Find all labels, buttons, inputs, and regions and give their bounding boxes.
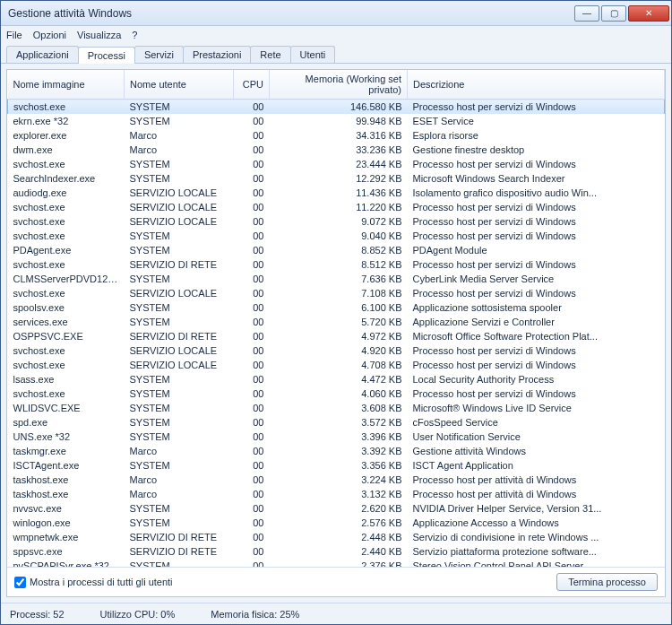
- table-row[interactable]: svchost.exeSERVIZIO LOCALE009.072 KBProc…: [8, 214, 665, 229]
- tab-processes[interactable]: Processi: [78, 47, 135, 64]
- tab-services[interactable]: Servizi: [134, 46, 184, 63]
- maximize-button[interactable]: ▢: [601, 5, 626, 22]
- cell-user: SYSTEM: [125, 272, 234, 286]
- cell-user: SYSTEM: [125, 458, 234, 473]
- cell-user: SYSTEM: [125, 501, 234, 516]
- show-all-users-checkbox[interactable]: [14, 577, 26, 588]
- table-row[interactable]: UNS.exe *32SYSTEM003.396 KBUser Notifica…: [8, 430, 665, 444]
- cell-mem: 3.392 KB: [270, 444, 408, 458]
- cell-cpu: 00: [234, 329, 270, 343]
- table-row[interactable]: svchost.exeSYSTEM009.040 KBProcesso host…: [8, 229, 665, 243]
- cell-desc: Processo host per attività di Windows: [408, 487, 665, 501]
- tab-performance[interactable]: Prestazioni: [183, 46, 251, 63]
- cell-user: SYSTEM: [125, 559, 234, 568]
- cell-desc: CyberLink Media Server Service: [408, 272, 665, 286]
- cell-cpu: 00: [234, 372, 270, 386]
- table-row[interactable]: winlogon.exeSYSTEM002.576 KBApplicazione…: [8, 516, 665, 530]
- table-row[interactable]: svchost.exeSERVIZIO LOCALE007.108 KBProc…: [8, 286, 665, 300]
- table-row[interactable]: lsass.exeSYSTEM004.472 KBLocal Security …: [8, 372, 665, 386]
- table-row[interactable]: services.exeSYSTEM005.720 KBApplicazione…: [8, 315, 665, 329]
- table-row[interactable]: svchost.exeSERVIZIO LOCALE0011.220 KBPro…: [8, 200, 665, 214]
- cell-name: taskhost.exe: [8, 473, 125, 487]
- menu-file[interactable]: File: [6, 30, 22, 40]
- cell-cpu: 00: [234, 473, 270, 487]
- table-row[interactable]: WLIDSVC.EXESYSTEM003.608 KBMicrosoft® Wi…: [8, 401, 665, 415]
- cell-cpu: 00: [234, 200, 270, 214]
- close-button[interactable]: ✕: [628, 5, 669, 22]
- cell-cpu: 00: [234, 315, 270, 329]
- col-description[interactable]: Descrizione: [408, 70, 665, 100]
- process-list[interactable]: Nome immagine Nome utente CPU Memoria (W…: [7, 70, 665, 567]
- cell-name: svchost.exe: [8, 286, 125, 300]
- cell-name: OSPPSVC.EXE: [8, 329, 125, 343]
- cell-user: Marco: [125, 473, 234, 487]
- end-process-button[interactable]: Termina processo: [556, 573, 658, 591]
- table-row[interactable]: nvSCPAPISvr.exe *32SYSTEM002.376 KBStere…: [8, 559, 665, 568]
- table-row[interactable]: svchost.exeSYSTEM004.060 KBProcesso host…: [8, 386, 665, 401]
- cell-user: SYSTEM: [125, 229, 234, 243]
- table-row[interactable]: taskmgr.exeMarco003.392 KBGestione attiv…: [8, 444, 665, 458]
- cell-name: svchost.exe: [8, 358, 125, 372]
- table-row[interactable]: svchost.exeSERVIZIO LOCALE004.920 KBProc…: [8, 343, 665, 358]
- table-row[interactable]: spd.exeSYSTEM003.572 KBcFosSpeed Service: [8, 415, 665, 430]
- table-row[interactable]: taskhost.exeMarco003.132 KBProcesso host…: [8, 487, 665, 501]
- cell-desc: Microsoft Office Software Protection Pla…: [408, 329, 665, 343]
- menu-help[interactable]: ?: [132, 30, 137, 40]
- menu-options[interactable]: Opzioni: [33, 30, 66, 40]
- table-row[interactable]: audiodg.exeSERVIZIO LOCALE0011.436 KBIso…: [8, 186, 665, 200]
- cell-name: nvvsvc.exe: [8, 501, 125, 516]
- cell-user: SERVIZIO LOCALE: [125, 186, 234, 200]
- table-row[interactable]: spoolsv.exeSYSTEM006.100 KBApplicazione …: [8, 300, 665, 315]
- cell-name: spd.exe: [8, 415, 125, 430]
- cell-desc: Processo host per servizi di Windows: [408, 214, 665, 229]
- table-row[interactable]: nvvsvc.exeSYSTEM002.620 KBNVIDIA Driver …: [8, 501, 665, 516]
- cell-name: svchost.exe: [8, 214, 125, 229]
- statusbar: Processi: 52 Utilizzo CPU: 0% Memoria fi…: [1, 603, 671, 624]
- cell-mem: 11.220 KB: [270, 200, 408, 214]
- table-row[interactable]: OSPPSVC.EXESERVIZIO DI RETE004.972 KBMic…: [8, 329, 665, 343]
- cell-desc: Isolamento grafico dispositivo audio Win…: [408, 186, 665, 200]
- cell-name: winlogon.exe: [8, 516, 125, 530]
- col-cpu[interactable]: CPU: [234, 70, 270, 100]
- cell-desc: Applicazione Servizi e Controller: [408, 315, 665, 329]
- table-row[interactable]: svchost.exeSERVIZIO DI RETE008.512 KBPro…: [8, 257, 665, 272]
- cell-desc: Microsoft Windows Search Indexer: [408, 171, 665, 186]
- col-user-name[interactable]: Nome utente: [125, 70, 234, 100]
- col-memory[interactable]: Memoria (Working set privato): [270, 70, 408, 100]
- cell-mem: 146.580 KB: [270, 100, 408, 114]
- table-row[interactable]: explorer.exeMarco0034.316 KBEsplora riso…: [8, 128, 665, 143]
- cell-name: svchost.exe: [8, 257, 125, 272]
- table-row[interactable]: ISCTAgent.exeSYSTEM003.356 KBISCT Agent …: [8, 458, 665, 473]
- titlebar[interactable]: Gestione attività Windows — ▢ ✕: [1, 1, 671, 26]
- tab-network[interactable]: Rete: [250, 46, 290, 63]
- cell-mem: 34.316 KB: [270, 128, 408, 143]
- table-row[interactable]: dwm.exeMarco0033.236 KBGestione finestre…: [8, 143, 665, 157]
- table-row[interactable]: svchost.exeSYSTEM00146.580 KBProcesso ho…: [8, 100, 665, 114]
- table-row[interactable]: SearchIndexer.exeSYSTEM0012.292 KBMicros…: [8, 171, 665, 186]
- cell-cpu: 00: [234, 458, 270, 473]
- table-row[interactable]: CLMSServerPDVD12.exe *32SYSTEM007.636 KB…: [8, 272, 665, 286]
- minimize-button[interactable]: —: [574, 5, 599, 22]
- table-row[interactable]: svchost.exeSYSTEM0023.444 KBProcesso hos…: [8, 157, 665, 171]
- table-row[interactable]: sppsvc.exeSERVIZIO DI RETE002.440 KBServ…: [8, 544, 665, 559]
- cell-mem: 7.636 KB: [270, 272, 408, 286]
- cell-name: sppsvc.exe: [8, 544, 125, 559]
- table-row[interactable]: ekrn.exe *32SYSTEM0099.948 KBESET Servic…: [8, 114, 665, 128]
- table-row[interactable]: PDAgent.exeSYSTEM008.852 KBPDAgent Modul…: [8, 243, 665, 257]
- cell-mem: 2.620 KB: [270, 501, 408, 516]
- tab-applications[interactable]: Applicazioni: [6, 46, 79, 63]
- show-all-users-line[interactable]: Mostra i processi di tutti gli utenti: [14, 577, 173, 588]
- table-row[interactable]: taskhost.exeMarco003.224 KBProcesso host…: [8, 473, 665, 487]
- menu-view[interactable]: Visualizza: [77, 30, 121, 40]
- tab-users[interactable]: Utenti: [290, 46, 336, 63]
- task-manager-window: Gestione attività Windows — ▢ ✕ File Opz…: [0, 0, 672, 625]
- table-row[interactable]: svchost.exeSERVIZIO LOCALE004.708 KBProc…: [8, 358, 665, 372]
- cell-user: SERVIZIO DI RETE: [125, 257, 234, 272]
- table-row[interactable]: wmpnetwk.exeSERVIZIO DI RETE002.448 KBSe…: [8, 530, 665, 544]
- cell-cpu: 00: [234, 544, 270, 559]
- cell-desc: Applicazione Accesso a Windows: [408, 516, 665, 530]
- cell-name: lsass.exe: [8, 372, 125, 386]
- cell-mem: 3.224 KB: [270, 473, 408, 487]
- cell-name: PDAgent.exe: [8, 243, 125, 257]
- col-image-name[interactable]: Nome immagine: [8, 70, 125, 100]
